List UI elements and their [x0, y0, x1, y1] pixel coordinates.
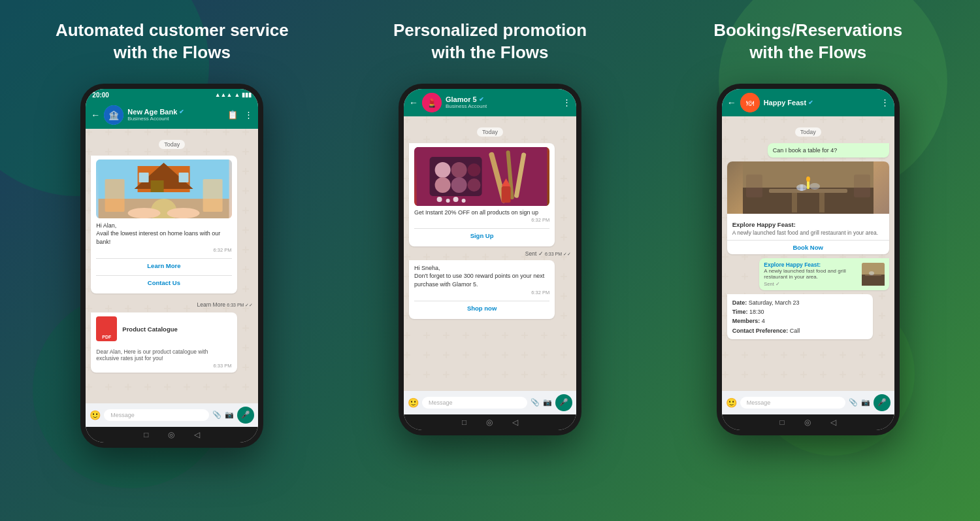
message-input-3[interactable]: Message — [740, 397, 845, 409]
svg-point-31 — [453, 197, 459, 202]
wifi-icon: ▲ — [234, 92, 240, 98]
wa-actions-2: ⋮ — [563, 97, 571, 107]
verified-icon-3: ✔ — [808, 99, 813, 106]
phone-nav-2: □ ◎ ◁ — [404, 414, 576, 430]
phone-nav-1: □ ◎ ◁ — [86, 427, 258, 443]
sent-mini-card-text: A newly launched fast food and grill res… — [764, 268, 858, 280]
wa-header-3: ← 🍽 Happy Feast ✔ ⋮ — [722, 89, 894, 116]
camera-icon-2[interactable]: 📷 — [543, 398, 552, 407]
verified-icon-1: ✔ — [179, 109, 184, 115]
status-bar-1: 20:00 ▲▲▲ ▲ ▮▮▮ — [86, 89, 258, 101]
svg-point-12 — [128, 208, 161, 218]
learn-more-btn[interactable]: Learn More — [96, 258, 231, 273]
mic-btn-3[interactable]: 🎤 — [874, 394, 890, 411]
more-icon-3[interactable]: ⋮ — [881, 97, 889, 107]
column-title-personalized: Personalized promotion with the Flows — [393, 20, 587, 64]
svg-rect-9 — [105, 179, 125, 212]
phone-automated: 20:00 ▲▲▲ ▲ ▮▮▮ ← 🏦 — [80, 84, 263, 448]
more-icon-2[interactable]: ⋮ — [563, 97, 571, 107]
svg-point-18 — [435, 162, 451, 178]
svg-rect-39 — [819, 193, 825, 212]
sent-status: Sent ✓ 6:33 PM ✓✓ — [409, 250, 571, 257]
more-icon-1[interactable]: ⋮ — [244, 110, 253, 120]
wa-info-3: Happy Feast ✔ — [764, 99, 877, 107]
nav-circle-1[interactable]: ◎ — [168, 430, 174, 439]
phone-action-icon[interactable]: 📋 — [227, 110, 238, 120]
msg-reward-points: Hi Sneha,Don't forget to use 300 reward … — [409, 260, 555, 320]
avatar-bank: 🏦 — [104, 105, 123, 125]
wa-actions-3: ⋮ — [881, 97, 889, 107]
nav-back-2[interactable]: ◁ — [512, 418, 518, 427]
sent-mini-card: Explore Happy Feast: A newly launched fa… — [759, 258, 889, 290]
column-title-automated: Automated customer service with the Flow… — [56, 20, 289, 64]
attach-icon-2[interactable]: 📎 — [531, 398, 540, 407]
camera-icon-1[interactable]: 📷 — [225, 411, 234, 419]
nav-circle-3[interactable]: ◎ — [804, 418, 811, 427]
svg-point-22 — [451, 177, 467, 193]
phone-bookings: ← 🍽 Happy Feast ✔ ⋮ — [717, 84, 900, 435]
svg-rect-37 — [769, 189, 847, 193]
svg-rect-10 — [203, 179, 223, 212]
reward-text: Hi Sneha,Don't forget to use 300 reward … — [414, 264, 549, 289]
today-label-2: Today — [409, 125, 571, 137]
columns-container: Automated customer service with the Flow… — [33, 20, 947, 448]
signal-icon: ▲▲▲ — [215, 92, 233, 98]
emoji-icon-3[interactable]: 🙂 — [726, 397, 737, 408]
back-icon-1[interactable]: ← — [91, 110, 100, 120]
shop-now-btn[interactable]: Shop now — [414, 301, 549, 315]
nav-square-1[interactable]: □ — [144, 430, 148, 439]
booking-details: Date: Saturday, March 23 Time: 18:30 Mem… — [732, 298, 868, 336]
message-input-2[interactable]: Message — [422, 397, 527, 409]
wa-input-2: 🙂 Message 📎 📷 🎤 — [404, 391, 576, 414]
svg-rect-38 — [792, 193, 797, 212]
wa-header-2: ← 💄 Glamor 5 ✔ Business Account — [404, 89, 576, 116]
emoji-icon-1[interactable]: 🙂 — [90, 410, 101, 420]
emoji-icon-2[interactable]: 🙂 — [408, 397, 419, 408]
chat-area-3: Today Can I book a table for 4? — [722, 116, 894, 391]
nav-back-3[interactable]: ◁ — [830, 418, 836, 427]
mic-btn-1[interactable]: 🎤 — [237, 407, 254, 424]
camera-icon-3[interactable]: 📷 — [861, 398, 870, 407]
user-question: Can I book a table for 4? — [768, 143, 889, 158]
chat-area-1: Today — [86, 129, 258, 403]
svg-text:🍽: 🍽 — [746, 99, 754, 108]
wa-name-1: New Age Bank ✔ — [127, 108, 223, 116]
nav-back-1[interactable]: ◁ — [194, 430, 200, 439]
explore-card: Explore Happy Feast: A newly launched fa… — [727, 161, 889, 254]
input-icons-3: 📎 📷 — [849, 398, 870, 407]
svg-rect-49 — [862, 275, 885, 286]
nav-square-3[interactable]: □ — [780, 418, 785, 427]
back-icon-2[interactable]: ← — [409, 97, 418, 108]
glamor-promo-time: 6:32 PM — [414, 217, 549, 223]
wa-header-1: ← 🏦 New Age Bank ✔ Business Account — [86, 101, 258, 129]
svg-point-20 — [468, 163, 481, 176]
attach-icon-1[interactable]: 📎 — [212, 411, 221, 419]
svg-rect-6 — [151, 180, 164, 192]
svg-point-19 — [451, 162, 467, 178]
nav-square-2[interactable]: □ — [462, 418, 466, 427]
contact-us-btn[interactable]: Contact Us — [96, 275, 231, 290]
pdf-message: PDF Product Catalogue Dear Alan, Here is… — [91, 312, 237, 373]
svg-rect-8 — [179, 173, 189, 182]
sign-up-btn[interactable]: Sign Up — [414, 228, 549, 243]
phone-nav-3: □ ◎ ◁ — [722, 414, 894, 430]
nav-circle-2[interactable]: ◎ — [486, 418, 493, 427]
pdf-time: 6:33 PM — [96, 363, 231, 369]
phone-personalized: ← 💄 Glamor 5 ✔ Business Account — [399, 84, 581, 435]
message-input-1[interactable]: Message — [104, 409, 209, 421]
book-now-btn[interactable]: Book Now — [727, 240, 889, 254]
svg-rect-47 — [743, 161, 874, 188]
svg-point-21 — [435, 177, 451, 193]
explore-card-title: Explore Happy Feast: — [732, 221, 884, 228]
column-bookings: Bookings/Reservations with the Flows ← 🍽… — [668, 20, 947, 435]
avatar-feast: 🍽 — [740, 93, 760, 112]
mic-btn-2[interactable]: 🎤 — [555, 394, 572, 411]
svg-rect-27 — [502, 186, 511, 203]
attach-icon-3[interactable]: 📎 — [849, 398, 858, 407]
back-icon-3[interactable]: ← — [727, 97, 736, 108]
today-label-3: Today — [727, 125, 889, 137]
today-label-1: Today — [91, 137, 253, 149]
bank-msg-time: 6:32 PM — [96, 247, 231, 253]
pdf-text: Dear Alan, Here is our product catalogue… — [96, 348, 231, 361]
avatar-glamor: 💄 — [422, 93, 442, 112]
